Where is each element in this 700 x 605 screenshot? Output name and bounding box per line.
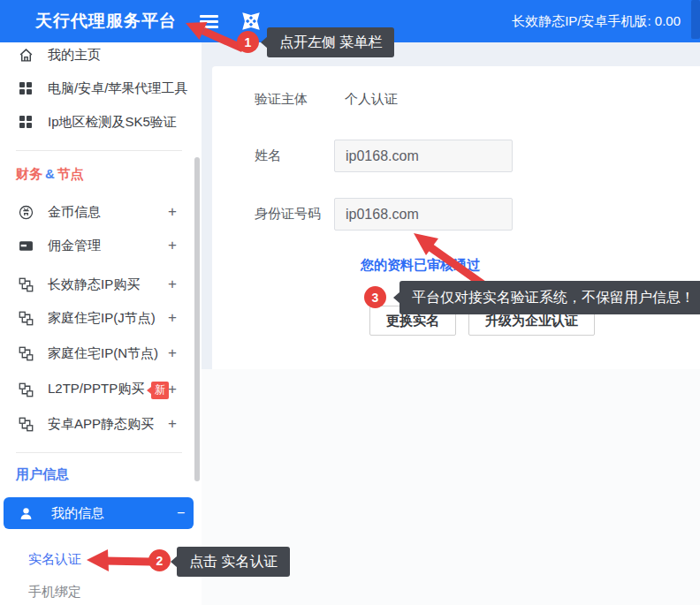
verify-subject-label: 验证主体 bbox=[255, 91, 345, 108]
sidebar-item-label: Ip地区检测及SK5验证 bbox=[48, 114, 177, 131]
step-1-tooltip: 点开左侧 菜单栏 bbox=[267, 27, 394, 57]
step-2-badge: 2 bbox=[148, 549, 171, 571]
name-row: 姓名 bbox=[255, 140, 700, 172]
section-header-finance: 财务&节点 bbox=[16, 166, 84, 185]
sidebar-item-home-ip-n[interactable]: 家庭住宅IP(N节点) + bbox=[0, 341, 187, 366]
sidebar-item-home[interactable]: 我的主页 bbox=[0, 42, 187, 67]
review-status-link[interactable]: 您的资料已审核通过 bbox=[361, 257, 480, 274]
app-title: 天行代理服务平台 bbox=[35, 10, 177, 33]
step-2-tooltip: 点击 实名认证 bbox=[177, 547, 290, 577]
hamburger-menu-icon[interactable] bbox=[200, 15, 218, 28]
id-row: 身份证号码 bbox=[255, 198, 700, 231]
sidebar-item-label: 安卓APP静态购买 bbox=[48, 416, 154, 433]
network-icon bbox=[18, 310, 34, 326]
coin-icon bbox=[18, 204, 34, 220]
sidebar-item-label: 我的信息 bbox=[51, 505, 104, 522]
sidebar-item-ip-check[interactable]: Ip地区检测及SK5验证 bbox=[0, 110, 187, 134]
sidebar-item-label: 我的主页 bbox=[48, 47, 101, 64]
sidebar-item-label: 金币信息 bbox=[48, 204, 101, 221]
sidebar-divider bbox=[16, 150, 182, 151]
grid-icon bbox=[18, 80, 34, 96]
step-3-badge: 3 bbox=[364, 286, 386, 308]
sidebar-item-home-ip-j[interactable]: 家庭住宅IP(J节点) + bbox=[0, 306, 187, 330]
new-badge: 新 bbox=[151, 382, 169, 399]
verify-subject-value: 个人认证 bbox=[345, 91, 398, 108]
sidebar-item-coin-info[interactable]: 金币信息 + bbox=[0, 200, 187, 224]
step-3-tooltip: 平台仅对接实名验证系统，不保留用户信息！ bbox=[399, 281, 700, 314]
expand-plus-icon[interactable]: + bbox=[168, 276, 177, 293]
grid-icon bbox=[18, 114, 34, 130]
fullscreen-expand-icon[interactable] bbox=[242, 12, 260, 30]
sidebar-divider bbox=[16, 452, 182, 453]
home-icon bbox=[18, 47, 34, 63]
network-icon bbox=[18, 382, 34, 397]
collapse-minus-icon[interactable]: − bbox=[177, 505, 185, 521]
user-icon bbox=[18, 505, 34, 521]
card-icon bbox=[18, 238, 34, 253]
verify-subject-row: 验证主体 个人认证 bbox=[255, 91, 700, 108]
expand-plus-icon[interactable]: + bbox=[168, 203, 177, 221]
realname-verify-card: 验证主体 个人认证 姓名 身份证号码 您的资料已审核通过 更换实名 升级为企业认… bbox=[212, 66, 700, 369]
sidebar-item-label: 长效静态IP购买 bbox=[48, 276, 140, 293]
page-scrollbar[interactable] bbox=[691, 0, 700, 39]
name-input[interactable] bbox=[334, 140, 513, 172]
sidebar-item-l2tp[interactable]: L2TP/PPTP购买新 + bbox=[0, 377, 187, 402]
expand-plus-icon[interactable]: + bbox=[168, 309, 177, 327]
sidebar-subitem-phone-bind[interactable]: 手机绑定 bbox=[0, 579, 187, 604]
balance-text: 长效静态IP/安卓手机版: 0.00 bbox=[512, 13, 681, 30]
id-label: 身份证号码 bbox=[255, 206, 334, 223]
expand-plus-icon[interactable]: + bbox=[168, 237, 177, 254]
id-input[interactable] bbox=[334, 198, 513, 231]
network-icon bbox=[18, 345, 34, 361]
subitem-label: 手机绑定 bbox=[28, 584, 81, 601]
step-1-badge: 1 bbox=[237, 31, 259, 53]
sidebar-item-label: 佣金管理 bbox=[48, 238, 101, 254]
sidebar-scrollbar-thumb[interactable] bbox=[194, 157, 200, 481]
network-icon bbox=[18, 276, 34, 292]
expand-plus-icon[interactable]: + bbox=[168, 344, 177, 362]
sidebar-item-my-info-selected[interactable]: 我的信息 − bbox=[4, 497, 194, 529]
main-content: 验证主体 个人认证 姓名 身份证号码 您的资料已审核通过 更换实名 升级为企业认… bbox=[202, 42, 700, 605]
subitem-label: 实名认证 bbox=[28, 551, 81, 568]
expand-plus-icon[interactable]: + bbox=[168, 415, 177, 433]
sidebar-item-commission[interactable]: 佣金管理 + bbox=[0, 233, 187, 258]
name-label: 姓名 bbox=[255, 147, 334, 164]
sidebar-item-proxy-tools[interactable]: 电脑/安卓/苹果代理工具 bbox=[0, 76, 187, 101]
sidebar: 我的主页 电脑/安卓/苹果代理工具 Ip地区检测及SK5验证 财务&节 bbox=[0, 42, 202, 605]
section-header-user: 用户信息 bbox=[16, 466, 69, 486]
sidebar-item-label: 家庭住宅IP(J节点) bbox=[48, 310, 156, 327]
sidebar-item-static-ip[interactable]: 长效静态IP购买 + bbox=[0, 272, 187, 297]
sidebar-item-label: L2TP/PPTP购买新 bbox=[48, 381, 169, 399]
expand-plus-icon[interactable]: + bbox=[168, 381, 177, 398]
network-icon bbox=[18, 416, 34, 432]
app-window: 天行代理服务平台 长效静态IP/安卓手机版: 0.00 bbox=[0, 0, 700, 605]
sidebar-item-android-static[interactable]: 安卓APP静态购买 + bbox=[0, 412, 187, 436]
sidebar-item-label: 电脑/安卓/苹果代理工具 bbox=[48, 80, 187, 97]
sidebar-item-label: 家庭住宅IP(N节点) bbox=[48, 345, 158, 362]
